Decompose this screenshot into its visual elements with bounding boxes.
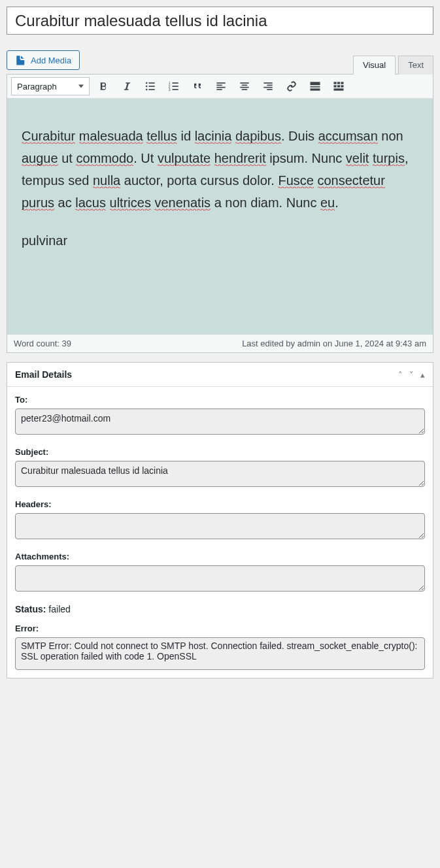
chevron-down-icon[interactable]: ˅ (409, 370, 414, 380)
svg-rect-3 (149, 82, 155, 84)
ol-button[interactable]: 123 (164, 77, 184, 95)
email-details-panel: Email Details ˄ ˅ ▴ To: peter23@hotmail.… (7, 362, 433, 678)
svg-rect-11 (173, 89, 178, 90)
svg-rect-16 (240, 82, 248, 84)
subject-field[interactable]: Curabitur malesuada tellus id lacinia (15, 461, 425, 487)
svg-rect-24 (311, 82, 320, 86)
svg-rect-29 (341, 82, 343, 84)
post-title-input[interactable] (7, 7, 433, 35)
add-media-label: Add Media (31, 56, 71, 65)
media-icon (15, 54, 27, 66)
svg-rect-33 (334, 89, 344, 91)
last-edit: Last edited by admin on June 1, 2024 at … (242, 339, 426, 348)
align-left-button[interactable] (211, 77, 231, 95)
attachments-label: Attachments: (15, 552, 425, 561)
panel-title: Email Details (15, 369, 72, 380)
svg-rect-25 (311, 86, 320, 88)
readmore-button[interactable] (305, 77, 325, 95)
svg-rect-27 (334, 82, 337, 84)
editor-toolbar: Paragraph 123 (7, 75, 433, 99)
error-field[interactable]: SMTP Error: Could not connect to SMTP ho… (15, 637, 425, 670)
editor-statusbar: Word count: 39 Last edited by admin on J… (7, 334, 433, 352)
svg-rect-21 (267, 85, 272, 86)
svg-rect-10 (173, 86, 178, 87)
link-button[interactable] (282, 77, 301, 95)
svg-rect-4 (149, 86, 155, 87)
svg-rect-15 (216, 89, 222, 90)
to-label: To: (15, 395, 425, 405)
attachments-field[interactable] (15, 565, 425, 592)
svg-rect-19 (242, 89, 247, 90)
svg-rect-9 (173, 82, 178, 84)
paragraph-2: pulvinar (22, 229, 418, 252)
svg-rect-17 (242, 85, 247, 86)
quote-button[interactable] (188, 77, 207, 95)
svg-rect-18 (240, 87, 248, 88)
svg-rect-30 (334, 86, 337, 88)
ul-button[interactable] (141, 77, 160, 95)
align-right-button[interactable] (258, 77, 278, 95)
svg-rect-26 (311, 89, 320, 91)
chevron-up-icon[interactable]: ˄ (398, 370, 403, 380)
svg-rect-12 (216, 82, 225, 84)
svg-rect-20 (263, 82, 272, 84)
svg-point-1 (146, 86, 148, 88)
toolbar-toggle-button[interactable] (329, 77, 348, 95)
svg-rect-22 (263, 87, 272, 88)
tab-visual[interactable]: Visual (353, 56, 396, 75)
svg-rect-14 (216, 87, 225, 88)
editor-content[interactable]: Curabitur malesuada tellus id lacinia da… (7, 99, 433, 334)
to-field[interactable]: peter23@hotmail.com (15, 409, 425, 435)
status-line: Status: failed (15, 604, 425, 614)
svg-rect-32 (341, 86, 343, 88)
add-media-button[interactable]: Add Media (7, 50, 80, 70)
format-select[interactable]: Paragraph (11, 77, 90, 95)
svg-text:3: 3 (169, 88, 171, 92)
align-center-button[interactable] (235, 77, 254, 95)
italic-button[interactable] (117, 77, 137, 95)
svg-point-0 (146, 82, 148, 84)
panel-header[interactable]: Email Details ˄ ˅ ▴ (7, 363, 433, 387)
headers-label: Headers: (15, 499, 425, 509)
tab-text[interactable]: Text (398, 56, 433, 75)
svg-rect-5 (149, 89, 155, 90)
collapse-icon[interactable]: ▴ (420, 370, 425, 380)
headers-field[interactable] (15, 513, 425, 539)
svg-rect-13 (216, 85, 222, 86)
svg-point-2 (146, 89, 148, 91)
svg-rect-31 (337, 86, 340, 88)
bold-button[interactable] (93, 77, 113, 95)
error-label: Error: (15, 624, 425, 633)
editor: Paragraph 123 Curabitur malesuada tellus… (7, 74, 433, 353)
word-count: Word count: 39 (14, 339, 71, 348)
svg-rect-23 (267, 89, 272, 90)
svg-rect-28 (337, 82, 340, 84)
subject-label: Subject: (15, 447, 425, 457)
